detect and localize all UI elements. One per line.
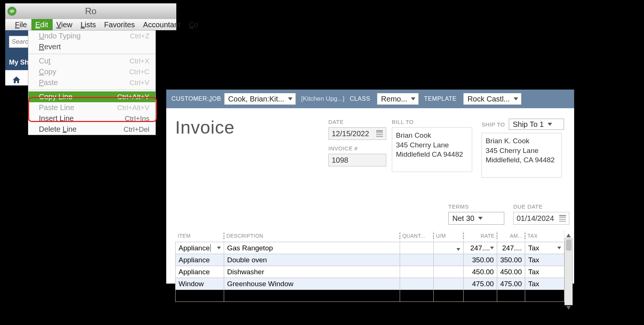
chevron-down-icon [456,248,460,251]
col-amount: AM... [497,231,525,242]
menu-bar: File Edit View Lists Favorites Accountan… [5,19,176,30]
template-label: TEMPLATE [424,96,456,102]
menu-separator [28,54,155,54]
menu-item-insert-line[interactable]: Insert Line Ctrl+Ins [28,113,155,124]
due-date-label: DUE DATE [513,203,569,210]
date-input[interactable]: 12/15/2022 [328,127,386,140]
menu-item-undo[interactable]: Undo Typing Ctrl+Z [28,31,155,41]
class-label: CLASS [350,96,370,102]
line-items-table: ITEM DESCRIPTION QUANT... U/M RATE AM...… [175,231,572,302]
col-rate: RATE [463,231,497,242]
chevron-down-icon [411,97,415,100]
chevron-down-icon [490,247,494,249]
menu-favorites[interactable]: Favorites [100,19,139,31]
home-icon [11,76,22,84]
chevron-down-icon [514,97,518,100]
invoice-header-bar: CUSTOMER:JOB Cook, Brian:Kit... [Kitchen… [166,90,574,108]
invoice-number-label: INVOICE # [328,145,388,151]
table-row-empty[interactable] [176,290,564,302]
template-select[interactable]: Rock Castl... [463,93,521,105]
search-input[interactable]: Searcl [9,36,28,48]
menu-item-revert[interactable]: Revert [28,41,155,52]
terms-select[interactable]: Net 30 [448,212,504,225]
chevron-down-icon [288,97,292,100]
chevron-down-icon [557,247,561,249]
menu-co[interactable]: Co [185,19,203,31]
col-um: U/M [433,231,463,242]
ship-to-label: SHIP TO [482,121,505,128]
invoice-number-input[interactable]: 1098 [328,154,386,166]
table-header-row: ITEM DESCRIPTION QUANT... U/M RATE AM...… [176,231,564,242]
calendar-icon [559,215,566,222]
scroll-down-icon[interactable] [566,306,571,310]
terms-row: TERMS Net 30 DUE DATE 01/14/2024 [175,203,569,225]
customer-job-label: CUSTOMER:JOB [171,96,221,102]
menu-accountant[interactable]: Accountant [139,19,185,31]
class-select[interactable]: Remo... [377,93,419,105]
edit-dropdown: Undo Typing Ctrl+Z Revert Cut Ctrl+X Cop… [28,30,156,135]
menu-file[interactable]: File [11,19,31,31]
customer-job-select[interactable]: Cook, Brian:Kit... [224,93,296,105]
table-row[interactable]: ApplianceDouble oven350.00350.00Tax [176,254,564,266]
job-name-indicator: [Kitchen Upg...] [301,95,344,103]
menu-separator [28,90,155,90]
menu-edit[interactable]: Edit [31,19,52,31]
scroll-up-icon[interactable] [566,234,571,237]
col-item: ITEM [176,231,224,242]
calendar-icon [376,130,383,137]
menu-lists[interactable]: Lists [77,19,100,31]
title-bar: Ro [5,3,176,19]
col-tax: TAX [525,231,564,242]
menu-item-paste[interactable]: Paste Ctrl+V [28,77,155,88]
scrollbar[interactable] [564,238,573,305]
menu-item-copy-line[interactable]: Copy Line Ctrl+Alt+Y [28,91,155,102]
chevron-down-icon [548,123,552,126]
invoice-body: Invoice DATE 12/15/2022 INVOICE # 1098 B… [166,108,574,141]
menu-item-copy[interactable]: Copy Ctrl+C [28,66,155,77]
terms-label: TERMS [448,203,510,210]
table-row[interactable]: WindowGreenhouse Window475.00475.00Tax [176,278,564,290]
col-quantity: QUANT... [400,231,433,242]
col-description: DESCRIPTION [224,231,400,242]
due-date-input[interactable]: 01/14/2024 [513,212,569,225]
menu-view[interactable]: View [53,19,77,31]
ship-to-address[interactable]: Brian K. Cook345 Cherry LaneMiddlefield,… [482,133,562,178]
scroll-thumb[interactable] [566,240,572,251]
date-label: DATE [328,119,388,125]
ship-to-select[interactable]: Ship To 1 [509,119,564,130]
table-row[interactable]: ApplianceGas Rangetop247....247....Tax [176,242,564,254]
window-title: Ro [85,6,97,16]
quickbooks-logo-icon [7,7,16,16]
chevron-down-icon [217,247,221,249]
menu-item-delete-line[interactable]: Delete Line Ctrl+Del [28,124,155,135]
bill-to-address[interactable]: Brian Cook345 Cherry LaneMiddlefield CA … [392,127,472,172]
invoice-form: CUSTOMER:JOB Cook, Brian:Kit... [Kitchen… [166,90,574,284]
menu-item-paste-line[interactable]: Paste Line Ctrl+Alt+V [28,102,155,113]
bill-to-label: BILL TO [392,119,478,125]
my-shortcuts-label: My Sh [9,59,29,66]
chevron-down-icon [478,217,483,220]
table-row[interactable]: ApplianceDishwasher450.00450.00Tax [176,266,564,278]
menu-item-cut[interactable]: Cut Ctrl+X [28,56,155,66]
